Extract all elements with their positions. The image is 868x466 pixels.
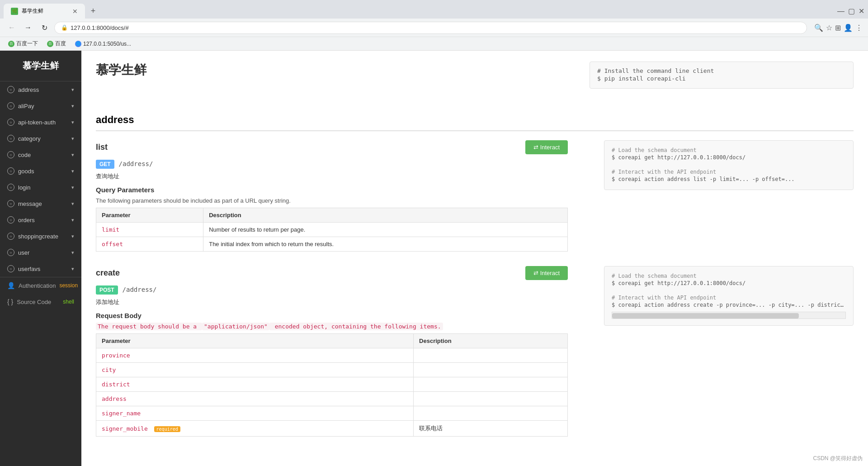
sidebar: 慕学生鲜 ○ address ▾ ○ aliPay ▾ ○ api-token-… xyxy=(0,51,81,466)
create-param-header-parameter: Parameter xyxy=(96,334,414,348)
create-params-table: Parameter Description province city xyxy=(96,333,568,437)
sidebar-item-api-token-auth[interactable]: ○ api-token-auth ▾ xyxy=(0,114,81,130)
install-box: # Install the command line client $ pip … xyxy=(590,62,854,89)
sidebar-item-address[interactable]: ○ address ▾ xyxy=(0,81,81,98)
param-desc-district xyxy=(414,377,568,392)
table-row: limit Number of results to return per pa… xyxy=(96,223,568,237)
bookmark-baidu[interactable]: 百 百度 xyxy=(44,39,69,48)
csdn-watermark: CSDN @笑得好虚伪 xyxy=(813,455,863,462)
horizontal-scrollbar[interactable] xyxy=(612,312,846,319)
page-title: 慕学生鲜 xyxy=(96,62,568,79)
list-code-2: $ coreapi get http://127.0.0.1:8000/docs… xyxy=(612,154,846,161)
param-desc-province xyxy=(414,348,568,363)
param-name-city: city xyxy=(96,363,414,377)
tab-bar: 🌿 慕学生鲜 ✕ + — ▢ ✕ xyxy=(0,0,868,19)
create-code-4: # Interact with the API endpoint xyxy=(612,295,846,301)
create-code-5: $ coreapi action address create -p provi… xyxy=(612,302,846,308)
search-icon[interactable]: 🔍 xyxy=(814,24,823,32)
address-bar[interactable]: 🔒 127.0.0.1:8000/docs/# xyxy=(54,22,807,34)
bookmarks-bar: 百 百度一下 百 百度 🌐 127.0.0.1:5050/us... xyxy=(0,37,868,50)
param-header-parameter: Parameter xyxy=(96,208,203,223)
profile-icon[interactable]: 👤 xyxy=(844,24,853,32)
tab-bar-restore[interactable]: ▢ xyxy=(848,7,855,15)
sidebar-icon-alipay: ○ xyxy=(7,102,14,109)
sidebar-label-address: address xyxy=(18,86,39,93)
list-code-1: # Load the schema document xyxy=(612,147,846,153)
active-tab[interactable]: 🌿 慕学生鲜 ✕ xyxy=(4,4,85,19)
sidebar-icon-shoppingcreate: ○ xyxy=(7,233,14,240)
authentication-session-badge: session xyxy=(59,282,78,289)
back-button[interactable]: ← xyxy=(5,21,18,34)
sidebar-label-message: message xyxy=(18,200,42,207)
bookmark-localhost[interactable]: 🌐 127.0.0.1:5050/us... xyxy=(72,40,134,48)
table-row: district xyxy=(96,377,568,392)
param-name-limit: limit xyxy=(96,223,203,237)
tab-bar-close[interactable]: ✕ xyxy=(859,7,864,15)
reload-button[interactable]: ↻ xyxy=(38,21,51,34)
list-endpoint-title: list xyxy=(96,143,108,152)
chevron-down-icon-shoppingcreate: ▾ xyxy=(71,233,74,239)
list-code-3 xyxy=(612,162,846,168)
sidebar-item-code[interactable]: ○ code ▾ xyxy=(0,147,81,163)
bookmark-favicon-1: 百 xyxy=(8,41,14,47)
request-body-title: Request Body xyxy=(96,312,568,319)
address-bar-row: ← → ↻ 🔒 127.0.0.1:8000/docs/# 🔍 ☆ ⊞ 👤 ⋮ xyxy=(0,19,868,37)
forward-button[interactable]: → xyxy=(22,21,34,34)
tab-bar-minimize[interactable]: — xyxy=(837,7,844,15)
sidebar-item-orders[interactable]: ○ orders ▾ xyxy=(0,212,81,228)
app-layout: 慕学生鲜 ○ address ▾ ○ aliPay ▾ ○ api-token-… xyxy=(0,51,868,466)
sidebar-source-code-label: Source Code xyxy=(17,299,51,305)
list-code-4: # Interact with the API endpoint xyxy=(612,169,846,175)
chevron-down-icon-login: ▾ xyxy=(71,185,74,190)
param-desc-signer-name xyxy=(414,406,568,421)
address-bar-actions: 🔍 ☆ ⊞ 👤 ⋮ xyxy=(814,24,863,32)
sidebar-item-goods[interactable]: ○ goods ▾ xyxy=(0,163,81,179)
create-code-2: $ coreapi get http://127.0.0.1:8000/docs… xyxy=(612,280,846,286)
param-desc-offset: The initial index from which to return t… xyxy=(203,237,568,252)
list-method-badge: GET xyxy=(96,160,114,169)
bookmark-icon[interactable]: ☆ xyxy=(826,24,832,32)
bookmark-label-1: 百度一下 xyxy=(16,40,38,48)
chevron-down-icon-code: ▾ xyxy=(71,152,74,158)
sidebar-authentication[interactable]: 👤 Authentication session xyxy=(0,277,81,294)
sidebar-item-alipay[interactable]: ○ aliPay ▾ xyxy=(0,98,81,114)
sidebar-source-code[interactable]: { } Source Code shell xyxy=(0,294,81,310)
new-tab-button[interactable]: + xyxy=(87,5,99,18)
query-params-desc: The following parameters should be inclu… xyxy=(96,197,568,204)
create-method-badge: POST xyxy=(96,285,118,295)
extensions-icon[interactable]: ⊞ xyxy=(835,24,841,32)
sidebar-label-category: category xyxy=(18,135,41,142)
sidebar-icon-message: ○ xyxy=(7,200,14,207)
chevron-down-icon-goods: ▾ xyxy=(71,168,74,174)
list-endpoint-header: list ⇄ Interact xyxy=(96,140,568,154)
list-endpoint-path: /address/ xyxy=(119,160,153,167)
create-code-panel: # Load the schema document $ coreapi get… xyxy=(604,266,854,326)
sidebar-icon-user: ○ xyxy=(7,249,14,256)
create-interact-button[interactable]: ⇄ Interact xyxy=(525,266,568,280)
sidebar-item-message[interactable]: ○ message ▾ xyxy=(0,195,81,212)
sidebar-item-userfavs[interactable]: ○ userfavs ▾ xyxy=(0,261,81,277)
sidebar-icon-api-token-auth: ○ xyxy=(7,119,14,126)
table-row: signer_name xyxy=(96,406,568,421)
request-body-highlight: "application/json" xyxy=(202,323,269,330)
install-line1: # Install the command line client xyxy=(597,67,846,74)
create-endpoint-title: create xyxy=(96,268,120,278)
sidebar-icon-code: ○ xyxy=(7,151,14,158)
bookmark-baidu-yixia[interactable]: 百 百度一下 xyxy=(5,39,41,48)
chevron-down-icon-user: ▾ xyxy=(71,250,74,256)
sidebar-item-category[interactable]: ○ category ▾ xyxy=(0,130,81,147)
list-interact-button[interactable]: ⇄ Interact xyxy=(525,140,568,154)
param-name-province: province xyxy=(96,348,414,363)
sidebar-item-login[interactable]: ○ login ▾ xyxy=(0,179,81,195)
sidebar-item-shoppingcreate[interactable]: ○ shoppingcreate ▾ xyxy=(0,228,81,244)
request-body-desc-after: encoded object, containing the following… xyxy=(269,323,443,330)
table-row: city xyxy=(96,363,568,377)
menu-icon[interactable]: ⋮ xyxy=(855,24,863,32)
param-name-address: address xyxy=(96,392,414,406)
bookmark-favicon-2: 百 xyxy=(47,41,53,47)
sidebar-icon-login: ○ xyxy=(7,184,14,191)
sidebar-item-user[interactable]: ○ user ▾ xyxy=(0,244,81,261)
sidebar-label-user: user xyxy=(18,249,29,256)
install-line2: $ pip install coreapi-cli xyxy=(597,75,846,82)
tab-close-button[interactable]: ✕ xyxy=(72,8,78,15)
